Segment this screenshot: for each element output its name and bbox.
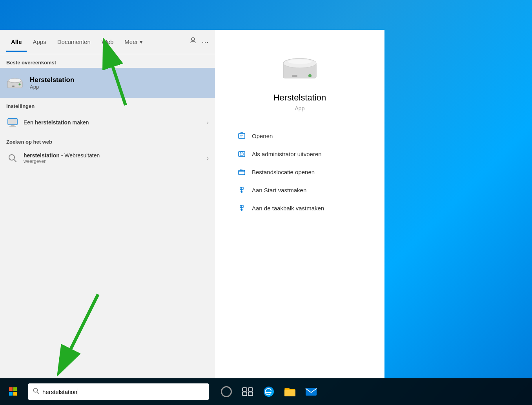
svg-rect-29	[248, 392, 253, 396]
herstelstation-icon	[6, 74, 24, 91]
file-explorer-button[interactable]	[280, 382, 300, 401]
svg-rect-33	[306, 388, 317, 396]
svg-point-2	[8, 78, 22, 82]
right-actions: Openen Als administrator uitvoeren	[231, 127, 369, 217]
file-explorer-icon	[284, 386, 296, 397]
svg-rect-19	[239, 170, 245, 175]
web-search-item[interactable]: herstelstation - Webresultaten weergeven…	[0, 147, 215, 169]
windows-logo-icon	[9, 387, 18, 396]
web-search-query: herstelstation - Webresultaten	[24, 152, 202, 159]
user-icon[interactable]	[189, 37, 197, 47]
svg-rect-32	[284, 390, 295, 396]
tab-meer[interactable]: Meer ▾	[120, 35, 147, 49]
action-admin[interactable]: Als administrator uitvoeren	[231, 145, 369, 162]
svg-rect-3	[12, 86, 15, 87]
svg-rect-28	[242, 392, 247, 396]
best-match-title: Herstelstation	[30, 76, 74, 84]
best-match-header: Beste overeenkomst	[0, 54, 215, 68]
pin-start-icon	[237, 185, 246, 195]
start-button[interactable]	[0, 378, 27, 405]
action-bestandslocatie-label: Bestandslocatie openen	[252, 169, 315, 175]
right-app-title: Herstelstation	[273, 93, 326, 103]
edge-button[interactable]	[259, 382, 279, 401]
mail-icon	[305, 386, 317, 397]
action-openen[interactable]: Openen	[231, 127, 369, 144]
search-left-panel: Alle Apps Documenten Web Meer ▾ ⋯	[0, 30, 215, 378]
taskbar-search-text: herstelstation	[42, 389, 77, 395]
svg-rect-27	[248, 388, 253, 391]
svg-point-14	[308, 74, 312, 77]
web-search-text: herstelstation - Webresultaten weergeven	[24, 152, 202, 164]
action-taskbar-pin[interactable]: Aan de taakbalk vastmaken	[231, 199, 369, 217]
search-popup: Alle Apps Documenten Web Meer ▾ ⋯	[0, 30, 384, 378]
admin-icon	[237, 149, 246, 159]
best-match-item[interactable]: Herstelstation App	[0, 68, 215, 98]
chevron-down-icon: ▾	[140, 38, 143, 46]
taskbar-search-icon	[33, 388, 39, 396]
search-loop-icon	[6, 152, 19, 164]
svg-line-9	[14, 159, 16, 162]
action-admin-label: Als administrator uitvoeren	[252, 151, 322, 157]
taskbar-search[interactable]: herstelstation	[28, 383, 209, 400]
svg-line-25	[37, 392, 39, 394]
mail-button[interactable]	[301, 382, 321, 401]
tab-documenten[interactable]: Documenten	[53, 35, 95, 48]
svg-rect-26	[242, 388, 247, 391]
tab-apps[interactable]: Apps	[28, 35, 51, 48]
tab-alle[interactable]: Alle	[6, 35, 27, 48]
web-search-desc: weergeven	[24, 159, 202, 164]
svg-rect-18	[240, 153, 243, 155]
web-chevron-icon: ›	[207, 155, 209, 161]
taskbar: herstelstation	[0, 378, 532, 405]
task-view-button[interactable]	[238, 382, 257, 401]
action-start-pin-label: Aan Start vastmaken	[252, 187, 306, 193]
task-view-icon	[242, 387, 253, 396]
best-match-subtitle: App	[30, 84, 74, 90]
settings-herstelstation[interactable]: Een herstelstation maken ›	[0, 111, 215, 133]
svg-rect-17	[239, 151, 245, 157]
web-search-header: Zoeken op het web	[0, 133, 215, 147]
right-app-subtitle: App	[295, 105, 305, 111]
file-location-icon	[237, 167, 246, 177]
right-app-icon	[280, 53, 319, 85]
svg-rect-5	[8, 119, 17, 125]
action-start-pin[interactable]: Aan Start vastmaken	[231, 181, 369, 199]
desktop: Alle Apps Documenten Web Meer ▾ ⋯	[0, 0, 532, 405]
pin-taskbar-icon	[237, 203, 246, 213]
best-match-text: Herstelstation App	[30, 76, 74, 90]
action-bestandslocatie[interactable]: Bestandslocatie openen	[231, 163, 369, 181]
chevron-right-icon: ›	[207, 119, 209, 126]
search-right-panel: Herstelstation App Openen	[215, 30, 384, 378]
svg-point-4	[19, 84, 21, 86]
search-results: Beste overeenkomst Herstelstati	[0, 54, 215, 378]
open-icon	[237, 131, 246, 140]
cortana-button[interactable]	[217, 382, 236, 401]
svg-point-15	[288, 59, 312, 64]
tab-actions: ⋯	[189, 37, 209, 47]
taskbar-icons	[209, 382, 329, 401]
text-cursor	[78, 389, 78, 395]
action-taskbar-pin-label: Aan de taakbalk vastmaken	[252, 205, 324, 212]
edge-icon	[262, 385, 275, 398]
search-tabs: Alle Apps Documenten Web Meer ▾ ⋯	[0, 30, 215, 54]
monitor-icon	[6, 116, 19, 129]
settings-item-text: Een herstelstation maken	[24, 119, 202, 126]
tab-web[interactable]: Web	[97, 35, 118, 48]
more-options-icon[interactable]: ⋯	[202, 38, 209, 46]
cortana-circle-icon	[221, 386, 232, 397]
svg-rect-13	[292, 75, 297, 77]
instellingen-header: Instellingen	[0, 98, 215, 111]
action-openen-label: Openen	[252, 133, 273, 139]
